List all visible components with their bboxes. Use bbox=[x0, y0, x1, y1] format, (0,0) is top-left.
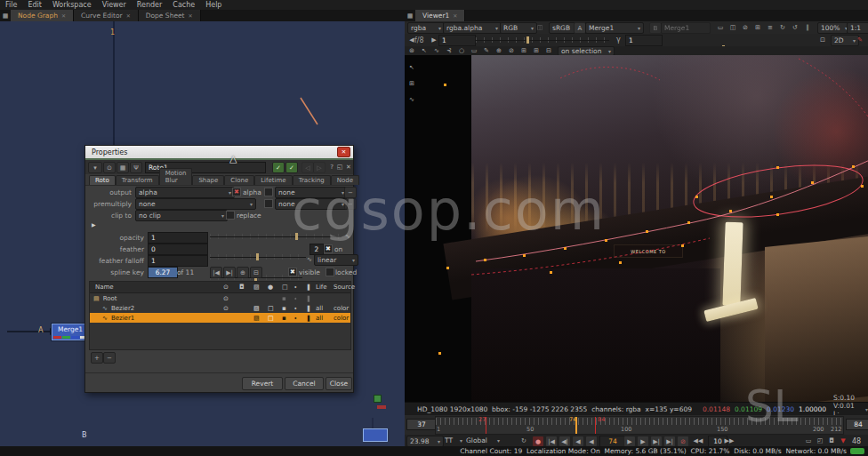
blend-icon[interactable]: ⬩ bbox=[294, 295, 297, 302]
motion-icon[interactable]: ❚ bbox=[306, 305, 311, 312]
clip-to-dropdown[interactable]: no clip▾ bbox=[135, 210, 228, 221]
properties-window[interactable]: Properties ✕ ▾ ⊙ ▦ Ψ Roto1 ✓ ✓ ◁ ▷ ? ◱ ✕… bbox=[84, 145, 354, 393]
slider-handle[interactable] bbox=[256, 253, 259, 260]
feather-slider[interactable] bbox=[210, 252, 306, 261]
blur-tool-icon[interactable]: ⊘ bbox=[506, 46, 517, 55]
premultiply-extra-dropdown[interactable]: none▾ bbox=[275, 198, 348, 210]
source-value[interactable]: color bbox=[334, 315, 349, 322]
feather-falloff-value-field[interactable]: 1 bbox=[148, 255, 208, 267]
add-shape-button[interactable]: + bbox=[91, 352, 103, 364]
monitor-out-icon[interactable]: ▭ bbox=[715, 22, 726, 32]
properties-titlebar[interactable]: Properties ✕ bbox=[85, 146, 353, 158]
falloff-type-dropdown[interactable]: linear▾ bbox=[314, 254, 358, 266]
frame-range-dropdown[interactable]: Global▾ bbox=[463, 436, 502, 445]
feather-value-field[interactable]: 0 bbox=[148, 244, 208, 255]
tab-roto[interactable]: Roto bbox=[89, 175, 116, 185]
shape-checkbox-icon[interactable]: ▨ bbox=[253, 305, 260, 312]
tab-motion-blur[interactable]: Motion Blur bbox=[159, 168, 193, 185]
slider-handle[interactable] bbox=[295, 233, 298, 240]
premultiply-minus-button[interactable]: − bbox=[344, 198, 357, 210]
next-spline-key-button[interactable]: ▶| bbox=[223, 267, 236, 278]
menu-help[interactable]: Help bbox=[200, 1, 227, 9]
tab-lifetime[interactable]: Lifetime bbox=[254, 175, 292, 185]
ellipse-tool-icon[interactable]: ○ bbox=[456, 46, 467, 55]
viewer-proxy-dropdown[interactable]: 1:1 bbox=[847, 22, 868, 34]
life-value[interactable]: all bbox=[316, 315, 323, 322]
pane-menu-icon[interactable]: ▦ bbox=[405, 10, 415, 21]
blend-icon[interactable]: ⬩ bbox=[294, 305, 297, 312]
viewer-display-dropdown[interactable]: RGB▾ bbox=[500, 22, 537, 34]
tab-viewer1[interactable]: Viewer1 ✕ bbox=[415, 10, 465, 21]
clipping-warning-icon[interactable]: ◫ bbox=[534, 22, 545, 32]
node-tree-icon[interactable]: Ψ bbox=[130, 162, 142, 173]
tab-close-icon[interactable]: ✕ bbox=[61, 12, 66, 19]
close-button[interactable]: Close bbox=[326, 377, 352, 390]
bspline-tool-icon[interactable]: ⊰ bbox=[444, 46, 454, 55]
input-b-badge[interactable]: B bbox=[649, 22, 662, 34]
premultiply-dropdown[interactable]: none▾ bbox=[135, 198, 256, 210]
timeline-out-field[interactable]: 84 bbox=[846, 419, 868, 430]
playback-mode-dropdown[interactable]: TT▾ bbox=[442, 436, 465, 445]
bezier-tool-icon[interactable]: ∿ bbox=[431, 46, 442, 55]
compare-icon[interactable]: ⊞ bbox=[752, 22, 763, 32]
viewer-input-b-dropdown[interactable]: Merge1 bbox=[661, 22, 711, 34]
alpha-checkbox[interactable]: ✖ bbox=[232, 188, 241, 196]
remove-shape-button[interactable]: − bbox=[103, 352, 116, 364]
roto-settings-gear-icon[interactable]: ⊛ bbox=[406, 46, 417, 55]
output-minus-button[interactable]: − bbox=[344, 187, 357, 198]
mini-node-blue[interactable] bbox=[363, 428, 388, 442]
delete-spline-key-button[interactable]: ⊟ bbox=[250, 267, 262, 278]
motion-icon[interactable]: ❚ bbox=[306, 315, 311, 322]
alpha-extra-dropdown[interactable]: none▾ bbox=[275, 187, 348, 198]
feather-on-checkbox[interactable]: ✖ bbox=[324, 244, 333, 253]
tab-node-graph[interactable]: Node Graph ✕ bbox=[11, 10, 74, 21]
visible-checkbox[interactable]: ✖ bbox=[288, 268, 297, 276]
tab-node[interactable]: Node bbox=[331, 175, 359, 185]
panel-close-icon[interactable]: ✕ bbox=[343, 162, 354, 172]
menu-file[interactable]: File bbox=[0, 1, 22, 9]
clone-tool-icon[interactable]: ⊕ bbox=[494, 46, 504, 55]
color-checkbox-icon[interactable]: □ bbox=[268, 315, 274, 322]
node-color-icon[interactable]: ▦ bbox=[117, 162, 129, 173]
jump-back-icon[interactable]: ◀◀ bbox=[693, 436, 703, 445]
process-check-icon[interactable]: ✓ bbox=[285, 162, 298, 173]
mask-icon[interactable]: ▪ bbox=[282, 305, 286, 312]
opacity-curve-icon[interactable]: ∿ bbox=[342, 231, 353, 241]
jump-forward-icon[interactable]: ▶▶ bbox=[724, 436, 735, 445]
motion-icon[interactable]: ❚ bbox=[306, 295, 311, 302]
spline-key-value-field[interactable]: 6.27 bbox=[148, 267, 178, 278]
mask-icon[interactable]: ▪ bbox=[282, 315, 286, 322]
merge1-node[interactable]: Merge1 bbox=[52, 324, 89, 340]
group-collapse-icon[interactable]: ▶ bbox=[92, 221, 96, 228]
tab-curve-editor[interactable]: Curve Editor ✕ bbox=[74, 10, 139, 21]
rectangle-tool-icon[interactable]: ▭ bbox=[469, 46, 479, 55]
fullscreen-icon[interactable]: ◰ bbox=[815, 436, 825, 445]
stack-menu-icon[interactable]: ≡ bbox=[765, 22, 776, 32]
gain-value-field[interactable]: 1 bbox=[438, 35, 476, 46]
cache-download-icon[interactable]: ▼ bbox=[838, 436, 848, 445]
timeline-in-field[interactable]: 37 bbox=[406, 419, 437, 430]
gamma-value-field[interactable]: 1 bbox=[625, 35, 663, 46]
previous-spline-key-button[interactable]: |◀ bbox=[210, 267, 222, 278]
out-point-marker[interactable] bbox=[595, 417, 596, 434]
grid-tool-icon[interactable]: ⊞ bbox=[518, 46, 529, 55]
menu-viewer[interactable]: Viewer bbox=[97, 1, 132, 9]
window-close-icon[interactable]: ✕ bbox=[337, 147, 350, 157]
viewer-input-a-dropdown[interactable]: Merge1▾ bbox=[585, 22, 644, 34]
refresh-icon[interactable]: ↻ bbox=[777, 22, 788, 32]
brush-tool-icon[interactable]: ✎ bbox=[481, 46, 492, 55]
life-value[interactable]: all bbox=[316, 305, 323, 312]
timeline-ruler[interactable]: 1 50 100 150 200 212 27 74 84 bbox=[435, 416, 844, 435]
tab-close-icon[interactable]: ✕ bbox=[126, 12, 131, 19]
tab-clone[interactable]: Clone bbox=[224, 175, 254, 185]
slider-handle[interactable] bbox=[526, 36, 529, 44]
undo-icon[interactable]: ◁ bbox=[301, 162, 314, 173]
opacity-value-field[interactable]: 1 bbox=[148, 232, 208, 244]
roi-paint-icon[interactable]: ✎ bbox=[855, 35, 865, 44]
viewer-layer-dropdown[interactable]: rgba.alpha▾ bbox=[443, 22, 502, 34]
add-point-tool-icon[interactable]: ⊞ bbox=[531, 46, 542, 55]
input-a-badge[interactable]: A bbox=[574, 22, 586, 34]
tab-tracking[interactable]: Tracking bbox=[293, 175, 331, 185]
source-value[interactable]: color bbox=[334, 305, 349, 312]
update-icon[interactable]: ↺ bbox=[790, 22, 800, 32]
